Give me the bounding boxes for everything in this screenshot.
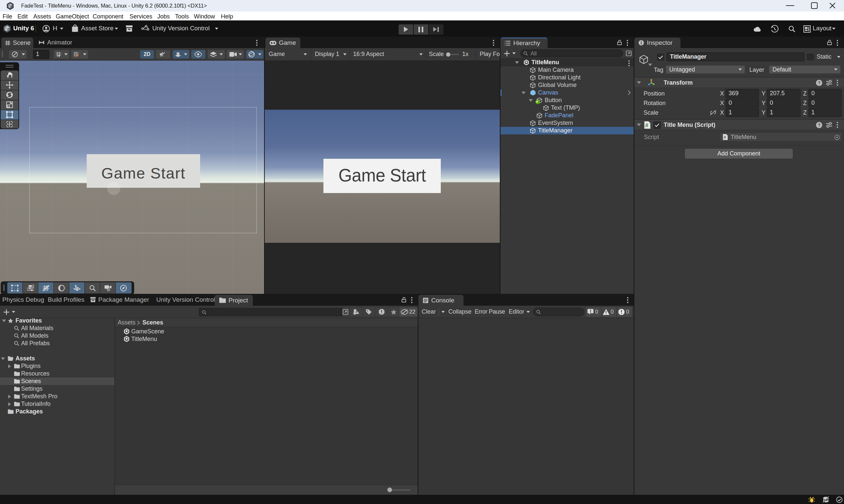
svg-text:#: # [724,135,726,140]
svg-text:?: ? [818,123,821,127]
svg-text:#: # [645,123,648,128]
svg-text:?: ? [818,80,821,85]
svg-text:Y: Y [58,54,60,58]
